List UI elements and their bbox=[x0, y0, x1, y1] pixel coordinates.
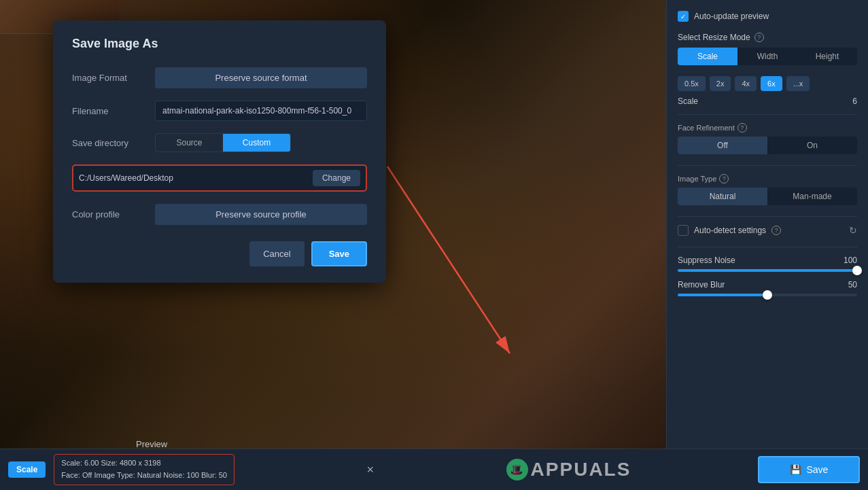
image-type-toggle: Natural Man-made bbox=[678, 188, 857, 205]
face-refinement-off[interactable]: Off bbox=[678, 137, 767, 154]
auto-update-label: Auto-update preview bbox=[694, 12, 769, 21]
save-label: Save bbox=[807, 464, 829, 475]
color-profile-field: Preserve source profile bbox=[155, 204, 367, 225]
save-image-modal: Save Image As Image Format Preserve sour… bbox=[53, 20, 386, 283]
scale-label: Scale bbox=[678, 97, 698, 106]
directory-path-row: C:/Users/Wareed/Desktop Change bbox=[72, 164, 367, 192]
scale-badge-button[interactable]: Scale bbox=[8, 461, 46, 478]
auto-detect-row: Auto-detect settings ? ↻ bbox=[678, 225, 857, 236]
color-profile-row: Color profile Preserve source profile bbox=[72, 204, 367, 225]
resize-mode-label: Select Resize Mode ? bbox=[678, 33, 857, 42]
scale-6x[interactable]: 6x bbox=[761, 76, 782, 91]
resize-mode-width[interactable]: Width bbox=[737, 48, 797, 65]
resize-mode-help-icon[interactable]: ? bbox=[754, 33, 764, 42]
suppress-noise-section: Suppress Noise 100 bbox=[678, 256, 857, 272]
face-refinement-label: Face Refinement ? bbox=[678, 123, 857, 133]
source-custom-tabs: Source Custom bbox=[155, 133, 291, 152]
image-format-label: Image Format bbox=[72, 73, 147, 83]
preserve-source-profile-button[interactable]: Preserve source profile bbox=[155, 204, 367, 225]
logo-icon: 🎩 bbox=[506, 459, 528, 480]
stats-line-2: Face: Off Image Type: Natural Noise: 100… bbox=[61, 470, 227, 482]
remove-blur-value: 50 bbox=[837, 280, 857, 290]
face-refinement-toggle: Off On bbox=[678, 137, 857, 154]
remove-blur-thumb[interactable] bbox=[763, 290, 772, 300]
filename-label: Filename bbox=[72, 106, 147, 116]
scale-value: 6 bbox=[852, 97, 857, 106]
divider-1 bbox=[678, 114, 857, 115]
face-refinement-help-icon[interactable]: ? bbox=[737, 123, 747, 133]
image-format-field: Preserve source format bbox=[155, 67, 367, 88]
scale-2x[interactable]: 2x bbox=[710, 76, 731, 91]
modal-save-button[interactable]: Save bbox=[311, 241, 367, 266]
resize-mode-height[interactable]: Height bbox=[797, 48, 857, 65]
image-type-help-icon[interactable]: ? bbox=[719, 174, 729, 183]
remove-blur-track[interactable] bbox=[678, 294, 857, 296]
resize-mode-section: Select Resize Mode ? Scale Width Height bbox=[678, 33, 857, 65]
image-format-row: Image Format Preserve source format bbox=[72, 67, 367, 88]
scale-custom[interactable]: ...x bbox=[786, 76, 810, 91]
suppress-noise-thumb[interactable] bbox=[852, 266, 862, 275]
preview-label: Preview bbox=[136, 439, 167, 449]
scale-options: 0.5x 2x 4x 6x ...x bbox=[678, 76, 857, 91]
auto-detect-help-icon[interactable]: ? bbox=[771, 226, 781, 235]
auto-detect-label: Auto-detect settings bbox=[694, 226, 766, 235]
auto-update-checkbox[interactable]: ✓ bbox=[678, 11, 689, 22]
save-directory-row: Save directory Source Custom bbox=[72, 133, 367, 152]
face-refinement-on[interactable]: On bbox=[767, 137, 857, 154]
stats-box: Scale: 6.00 Size: 4800 x 3198 Face: Off … bbox=[54, 454, 235, 485]
face-refinement-section: Face Refinement ? Off On bbox=[678, 123, 857, 154]
cancel-button[interactable]: Cancel bbox=[249, 241, 304, 266]
divider-2 bbox=[678, 165, 857, 166]
modal-footer: Cancel Save bbox=[72, 241, 367, 266]
divider-4 bbox=[678, 247, 857, 247]
custom-tab[interactable]: Custom bbox=[223, 134, 290, 152]
scale-4x[interactable]: 4x bbox=[735, 76, 757, 91]
remove-blur-label: Remove Blur bbox=[678, 280, 725, 290]
save-directory-label: Save directory bbox=[72, 138, 147, 148]
bottom-bar: Scale Scale: 6.00 Size: 4800 x 3198 Face… bbox=[0, 449, 868, 490]
modal-overlay: Save Image As Image Format Preserve sour… bbox=[0, 0, 666, 449]
refresh-icon[interactable]: ↻ bbox=[849, 225, 857, 236]
suppress-noise-label: Suppress Noise bbox=[678, 256, 735, 265]
preserve-source-format-button[interactable]: Preserve source format bbox=[155, 67, 367, 88]
remove-blur-section: Remove Blur 50 bbox=[678, 280, 857, 296]
source-tab[interactable]: Source bbox=[156, 134, 223, 152]
remove-blur-label-row: Remove Blur 50 bbox=[678, 280, 857, 290]
suppress-noise-track[interactable] bbox=[678, 269, 857, 272]
directory-path-text: C:/Users/Wareed/Desktop bbox=[79, 173, 307, 183]
image-type-section: Image Type ? Natural Man-made bbox=[678, 174, 857, 205]
scale-value-row: Scale 6 bbox=[678, 97, 857, 106]
suppress-noise-label-row: Suppress Noise 100 bbox=[678, 256, 857, 265]
appuals-logo: 🎩 APPUALS bbox=[506, 459, 631, 480]
filename-row: Filename bbox=[72, 101, 367, 121]
resize-mode-scale[interactable]: Scale bbox=[678, 48, 737, 65]
scale-0-5x[interactable]: 0.5x bbox=[678, 76, 706, 91]
bottom-save-button[interactable]: 💾 Save bbox=[758, 456, 860, 483]
close-button[interactable]: × bbox=[362, 460, 380, 480]
remove-blur-fill bbox=[678, 294, 767, 296]
modal-title: Save Image As bbox=[72, 37, 367, 51]
change-directory-button[interactable]: Change bbox=[313, 170, 360, 186]
auto-detect-checkbox[interactable] bbox=[678, 225, 689, 236]
suppress-noise-value: 100 bbox=[837, 256, 857, 265]
divider-3 bbox=[678, 216, 857, 217]
save-icon: 💾 bbox=[790, 464, 801, 475]
save-directory-tabs: Source Custom bbox=[155, 133, 367, 152]
image-type-manmade[interactable]: Man-made bbox=[767, 188, 857, 205]
filename-field bbox=[155, 101, 367, 121]
image-type-natural[interactable]: Natural bbox=[678, 188, 767, 205]
resize-mode-group: Scale Width Height bbox=[678, 48, 857, 65]
filename-input[interactable] bbox=[155, 101, 367, 121]
right-panel: ✓ Auto-update preview Select Resize Mode… bbox=[666, 0, 868, 449]
image-type-label: Image Type ? bbox=[678, 174, 857, 183]
color-profile-label: Color profile bbox=[72, 209, 147, 220]
auto-update-row: ✓ Auto-update preview bbox=[678, 11, 857, 22]
stats-line-1: Scale: 6.00 Size: 4800 x 3198 bbox=[61, 457, 227, 470]
